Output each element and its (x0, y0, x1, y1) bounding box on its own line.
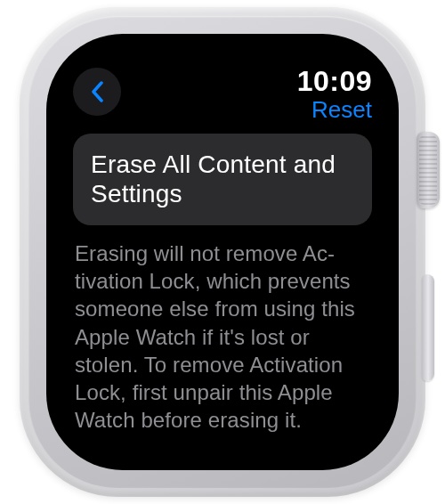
clock-time: 10:09 (297, 66, 372, 97)
digital-crown[interactable] (417, 132, 440, 208)
page-title: Reset (297, 97, 372, 123)
erase-description: Erasing will not remove Ac­tivation Lock… (73, 240, 372, 434)
watch-case: 10:09 Reset Erase All Content and Settin… (20, 7, 425, 497)
status-right: 10:09 Reset (297, 66, 372, 123)
erase-all-button[interactable]: Erase All Content and Settings (73, 134, 372, 225)
chevron-left-icon (91, 81, 103, 102)
side-button[interactable] (422, 274, 434, 381)
watch-screen: 10:09 Reset Erase All Content and Settin… (46, 34, 399, 470)
back-button[interactable] (73, 68, 121, 116)
erase-all-label: Erase All Content and Settings (91, 150, 354, 209)
status-bar: 10:09 Reset (73, 66, 372, 123)
